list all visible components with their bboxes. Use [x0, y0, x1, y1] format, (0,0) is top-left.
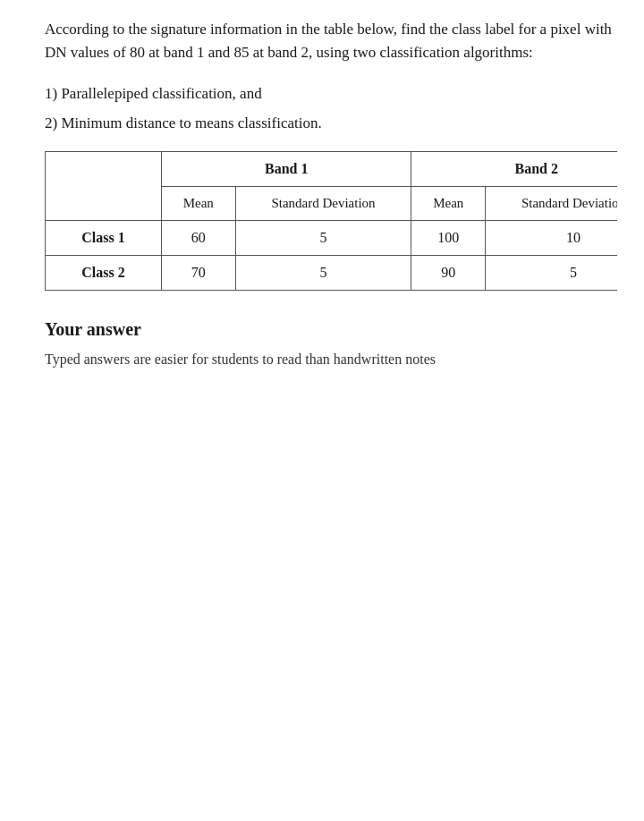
row-2-band1_mean: 70 [162, 256, 236, 291]
data-table-wrapper: Band 1 Band 2 Mean Standard Deviation Me… [45, 151, 617, 291]
row-1-band2_std: 10 [485, 221, 617, 256]
row-1-band2_mean: 100 [411, 221, 486, 256]
table-row: Class 160510010 [46, 221, 618, 256]
classification-item-1: 1) Parallelepiped classification, and [45, 81, 617, 106]
intro-paragraph: According to the signature information i… [45, 18, 617, 65]
band2-header: Band 2 [411, 152, 617, 187]
classification-item-2: 2) Minimum distance to means classificat… [45, 111, 617, 135]
row-2-band2_std: 5 [485, 256, 617, 291]
row-1-band1_mean: 60 [162, 221, 236, 256]
table-header-row-1: Band 1 Band 2 [46, 152, 618, 187]
row-2-band2_mean: 90 [411, 256, 486, 291]
empty-corner-cell [46, 152, 162, 221]
your-answer-heading: Your answer [45, 319, 617, 340]
signature-table: Band 1 Band 2 Mean Standard Deviation Me… [45, 151, 617, 291]
table-row: Class 2705905 [46, 256, 618, 291]
class-label-2: Class 2 [46, 256, 162, 291]
class-label-1: Class 1 [46, 221, 162, 256]
table-body: Class 160510010Class 2705905 [46, 221, 618, 291]
band1-std-header: Standard Deviation [235, 187, 411, 221]
band2-mean-header: Mean [411, 187, 486, 221]
your-answer-subtext: Typed answers are easier for students to… [45, 349, 617, 370]
band2-std-header: Standard Deviation [485, 187, 617, 221]
band1-mean-header: Mean [162, 187, 236, 221]
band1-header: Band 1 [162, 152, 411, 187]
row-1-band1_std: 5 [235, 221, 411, 256]
row-2-band1_std: 5 [235, 256, 411, 291]
